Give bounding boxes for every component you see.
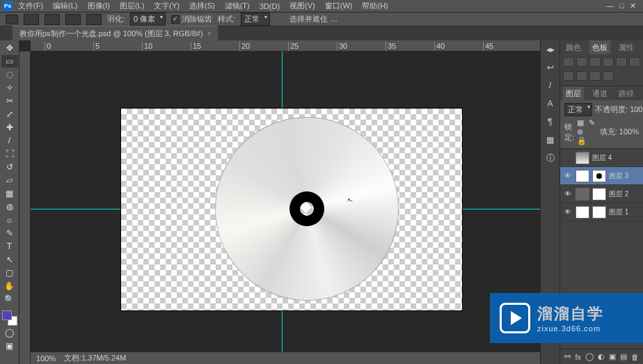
hand-tool[interactable]: ✋	[1, 280, 18, 292]
move-tool[interactable]: ✥	[1, 42, 18, 54]
tab-color[interactable]: 颜色	[563, 40, 584, 55]
fill-value[interactable]: 100%	[619, 127, 639, 136]
marquee-mode-new[interactable]	[24, 14, 39, 25]
layer-name[interactable]: 图层 1	[609, 207, 628, 217]
adj-icon[interactable]	[589, 71, 601, 81]
link-layers-icon[interactable]: ⚯	[564, 352, 571, 361]
gradient-tool[interactable]: ▦	[1, 187, 18, 200]
layer-fx-icon[interactable]: fx	[575, 353, 581, 361]
active-tool-icon[interactable]	[6, 15, 18, 24]
adj-icon[interactable]	[603, 57, 614, 67]
cd-disc-shape[interactable]: ↖	[215, 117, 399, 301]
type-tool[interactable]: T	[1, 240, 18, 253]
menu-layer[interactable]: 图层(L)	[116, 0, 148, 13]
menu-window[interactable]: 窗口(W)	[321, 0, 357, 13]
select-and-mask[interactable]: 选择并遮住 …	[289, 14, 338, 24]
new-layer-icon[interactable]: ▤	[620, 352, 627, 361]
adj-icon[interactable]	[576, 71, 587, 81]
marquee-tool[interactable]: ▭	[1, 55, 18, 68]
dodge-tool[interactable]: ☼	[1, 214, 18, 226]
antialias-option[interactable]: 消除锯齿	[171, 14, 212, 24]
blend-mode-dropdown[interactable]: 正常	[564, 103, 592, 116]
layer-row[interactable]: 👁 图层 1	[560, 203, 643, 221]
artboard[interactable]: ↖	[121, 109, 462, 310]
adj-icon[interactable]	[563, 57, 574, 67]
brush-tool[interactable]: /	[1, 134, 18, 147]
color-swatches[interactable]	[2, 310, 17, 326]
stamp-tool[interactable]: ⛶	[1, 148, 18, 160]
tab-layers[interactable]: 图层	[563, 86, 584, 101]
brush-panel-icon[interactable]: /	[543, 78, 558, 93]
zoom-tool[interactable]: 🔍	[1, 293, 18, 306]
menu-help[interactable]: 帮助(H)	[358, 0, 392, 13]
adj-icon[interactable]	[563, 71, 574, 81]
layer-thumb[interactable]	[575, 188, 589, 200]
marquee-mode-add[interactable]	[45, 14, 60, 25]
path-tool[interactable]: ↖	[1, 253, 18, 266]
tab-paths[interactable]: 路径	[616, 86, 637, 101]
menu-image[interactable]: 图像(I)	[84, 0, 114, 13]
marquee-mode-sub[interactable]	[65, 14, 81, 25]
healing-tool[interactable]: ✚	[1, 121, 18, 134]
feather-value[interactable]: 0 像素	[130, 13, 166, 26]
opacity-value[interactable]: 100%	[630, 105, 643, 113]
layer-mask-thumb[interactable]	[592, 170, 606, 182]
collapse-toggle-icon[interactable]: ◂▸	[543, 42, 558, 57]
style-dropdown[interactable]: 正常	[241, 13, 270, 26]
close-icon[interactable]: ✕	[630, 1, 636, 10]
status-zoom[interactable]: 100%	[36, 354, 56, 363]
trash-icon[interactable]: 🗑	[631, 353, 639, 361]
visibility-icon[interactable]: 👁	[563, 208, 573, 216]
history-icon[interactable]: ↩	[543, 60, 558, 75]
layer-thumb[interactable]	[575, 170, 589, 182]
menu-file[interactable]: 文件(F)	[14, 0, 47, 13]
status-doc-info[interactable]: 文档:1.37M/5.24M	[64, 353, 126, 363]
adj-icon[interactable]	[603, 71, 614, 81]
history-brush-tool[interactable]: ↺	[1, 161, 18, 173]
visibility-icon[interactable]: 👁	[563, 172, 573, 180]
layer-row[interactable]: 👁 图层 3	[560, 167, 643, 185]
ruler-horizontal[interactable]: 0510 152025 303540 45	[31, 40, 540, 52]
quickmask-tool[interactable]: ◯	[1, 326, 18, 339]
layer-row[interactable]: 图层 4	[560, 149, 643, 167]
tab-properties[interactable]: 属性	[616, 40, 637, 55]
marquee-mode-int[interactable]	[86, 14, 102, 25]
layer-row[interactable]: 👁 图层 2	[560, 185, 643, 203]
fg-color[interactable]	[2, 310, 12, 320]
canvas[interactable]: ↖	[31, 52, 540, 351]
crop-tool[interactable]: ✂	[1, 95, 18, 107]
layer-thumb[interactable]	[575, 152, 589, 164]
layer-mask-thumb[interactable]	[592, 188, 606, 200]
tab-channels[interactable]: 通道	[589, 86, 610, 101]
lock-icons[interactable]: ▦ ✎ ⊕ 🔒	[577, 118, 597, 145]
eraser-tool[interactable]: ▱	[1, 174, 18, 187]
swatch-panel-icon[interactable]: ▦	[543, 132, 558, 148]
adjust-layer-icon[interactable]: ◐	[598, 352, 605, 361]
blur-tool[interactable]: ◍	[1, 200, 18, 213]
menu-filter[interactable]: 滤镜(T)	[221, 0, 254, 13]
wand-tool[interactable]: ✧	[1, 81, 18, 94]
info-panel-icon[interactable]: ⓘ	[543, 150, 558, 166]
layer-name[interactable]: 图层 3	[609, 171, 628, 181]
layer-name[interactable]: 图层 4	[592, 153, 612, 163]
tab-swatches[interactable]: 色板	[589, 40, 610, 55]
char-panel-icon[interactable]: A	[543, 96, 558, 111]
menu-edit[interactable]: 编辑(L)	[49, 0, 81, 13]
adj-icon[interactable]	[589, 57, 601, 67]
layer-name[interactable]: 图层 2	[609, 189, 628, 199]
para-panel-icon[interactable]: ¶	[543, 114, 558, 129]
document-tab[interactable]: 教你用ps制作一个光盘.psd @ 100% (图层 3, RGB/8#) ×	[13, 26, 218, 41]
lasso-tool[interactable]: ◌	[1, 68, 18, 81]
adj-icon[interactable]	[629, 57, 640, 67]
menu-3d[interactable]: 3D(D)	[255, 1, 284, 12]
tab-close-icon[interactable]: ×	[207, 30, 212, 38]
visibility-icon[interactable]: 👁	[563, 190, 573, 198]
minimize-icon[interactable]: —	[606, 1, 614, 10]
ruler-vertical[interactable]	[19, 52, 31, 364]
pen-tool[interactable]: ✎	[1, 227, 18, 239]
maximize-icon[interactable]: □	[619, 1, 624, 10]
menu-select[interactable]: 选择(S)	[185, 0, 219, 13]
folder-icon[interactable]: ▣	[609, 352, 616, 361]
adj-icon[interactable]	[616, 57, 627, 67]
layer-mask-icon[interactable]: ◯	[585, 352, 594, 361]
